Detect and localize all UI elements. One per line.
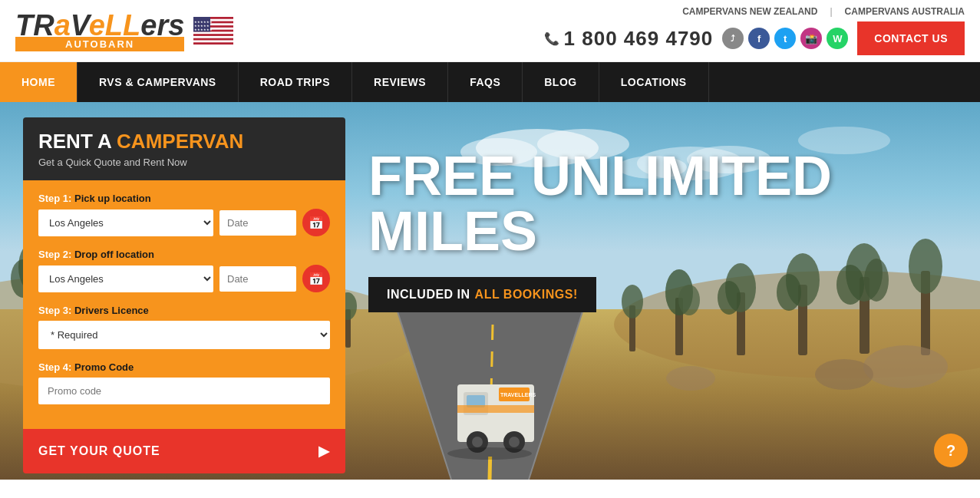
nav-item-locations[interactable]: LOCATIONS <box>599 62 709 102</box>
booking-header: RENT A CAMPERVAN Get a Quick Quote and R… <box>23 117 345 180</box>
contact-us-button[interactable]: CONTACT US <box>857 21 965 55</box>
booking-step-2: Step 2: Drop off location Los Angeles Sa… <box>38 249 330 292</box>
svg-rect-65 <box>457 405 534 413</box>
svg-point-69 <box>472 437 483 447</box>
nav-item-blog[interactable]: BLOG <box>523 62 599 102</box>
step-1-name: Pick up location <box>74 193 151 204</box>
hero-badge-text: INCLUDED IN <box>387 288 470 302</box>
svg-rect-5 <box>193 36 233 38</box>
nav-item-faqs[interactable]: FAQS <box>448 62 523 102</box>
logo-area: TRaVeLLers AUTOBARN ★★★★★★ ★★★★★ ★★★★★★ <box>15 11 233 51</box>
svg-point-60 <box>815 359 873 390</box>
top-links: CAMPERVANS NEW ZEALAND | CAMPERVANS AUST… <box>682 6 965 17</box>
main-nav: HOME RVS & CAMPERVANS ROAD TRIPS REVIEWS… <box>0 62 980 102</box>
nav-item-home[interactable]: HOME <box>0 62 78 102</box>
hero-headline: FREE UNLIMITED MILES <box>368 148 832 259</box>
whatsapp-button[interactable]: W <box>827 28 848 49</box>
get-quote-button[interactable]: GET YOUR QUOTE ▶ <box>23 429 345 473</box>
pickup-date-input[interactable] <box>219 210 296 236</box>
step-1-row: Los Angeles San Francisco Las Vegas New … <box>38 209 330 236</box>
step-3-name: Drivers Licence <box>74 305 149 316</box>
us-flag-icon: ★★★★★★ ★★★★★ ★★★★★★ <box>193 17 233 45</box>
hero-section: TRAVELLERS RENT A CAMPERVAN Get a Quick … <box>0 102 980 480</box>
booking-step-3: Step 3: Drivers Licence * Required US Li… <box>38 305 330 349</box>
logo-wrapper: TRaVeLLers AUTOBARN <box>15 11 184 51</box>
au-link[interactable]: CAMPERVANS AUSTRALIA <box>845 6 965 17</box>
pickup-calendar-button[interactable]: 📅 <box>302 209 330 236</box>
step-3-num: Step 3: <box>38 305 74 316</box>
step-4-label: Step 4: Promo Code <box>38 361 330 373</box>
logo-sub: AUTOBARN <box>15 37 184 51</box>
logo-text: TRaVeLLers <box>15 11 184 40</box>
dropoff-calendar-button[interactable]: 📅 <box>302 265 330 292</box>
svg-point-53 <box>864 259 889 302</box>
pickup-location-select[interactable]: Los Angeles San Francisco Las Vegas New … <box>38 209 213 236</box>
svg-point-71 <box>509 437 520 447</box>
svg-point-72 <box>447 447 532 460</box>
instagram-button[interactable]: 📸 <box>800 28 822 49</box>
dropoff-date-input[interactable] <box>219 266 296 292</box>
step-1-num: Step 1: <box>38 193 74 204</box>
step-2-name: Drop off location <box>74 249 154 260</box>
booking-title-part2: CAMPERVAN <box>117 130 243 153</box>
svg-point-55 <box>909 239 942 294</box>
svg-point-59 <box>863 345 948 388</box>
phone-area: 📞 1 800 469 4790 <box>544 27 714 51</box>
step-2-row: Los Angeles San Francisco Las Vegas New … <box>38 265 330 292</box>
svg-text:★★★★★★: ★★★★★★ <box>194 28 213 31</box>
social-share: ⤴ f t 📸 W <box>722 28 848 49</box>
booking-body: Step 1: Pick up location Los Angeles San… <box>23 180 345 429</box>
hero-headline-line1: FREE UNLIMITED <box>368 148 832 203</box>
step-4-name: Promo Code <box>74 361 134 373</box>
booking-step-4: Step 4: Promo Code <box>38 361 330 404</box>
svg-point-61 <box>666 366 715 391</box>
drivers-licence-select[interactable]: * Required US License International Lice… <box>38 321 330 349</box>
hero-badge-highlight: ALL BOOKINGS! <box>475 288 578 302</box>
svg-rect-4 <box>193 31 233 34</box>
svg-text:TRAVELLERS: TRAVELLERS <box>500 392 536 397</box>
help-button[interactable]: ? <box>934 434 968 467</box>
quote-btn-arrow: ▶ <box>318 443 330 460</box>
divider: | <box>830 6 832 17</box>
step-1-label: Step 1: Pick up location <box>38 193 330 204</box>
step-4-num: Step 4: <box>38 361 74 373</box>
hero-text: FREE UNLIMITED MILES INCLUDED IN ALL BOO… <box>368 148 832 312</box>
booking-title-part1: RENT A <box>38 130 117 153</box>
twitter-button[interactable]: t <box>774 28 796 49</box>
booking-step-1: Step 1: Pick up location Los Angeles San… <box>38 193 330 236</box>
booking-panel: RENT A CAMPERVAN Get a Quick Quote and R… <box>23 117 345 473</box>
share-button[interactable]: ⤴ <box>722 28 744 49</box>
facebook-button[interactable]: f <box>748 28 770 49</box>
booking-subtitle: Get a Quick Quote and Rent Now <box>38 157 330 168</box>
hero-badge: INCLUDED IN ALL BOOKINGS! <box>368 277 596 312</box>
booking-title: RENT A CAMPERVAN <box>38 130 330 153</box>
phone-icon: 📞 <box>544 31 559 46</box>
quote-btn-label: GET YOUR QUOTE <box>38 444 160 458</box>
nav-item-rvs[interactable]: RVS & CAMPERVANS <box>78 62 239 102</box>
nz-link[interactable]: CAMPERVANS NEW ZEALAND <box>682 6 817 17</box>
header-actions: 📞 1 800 469 4790 ⤴ f t 📸 W CONTACT US <box>544 21 965 55</box>
header: TRaVeLLers AUTOBARN ★★★★★★ ★★★★★ ★★★★★★ … <box>0 0 980 62</box>
nav-item-road-trips[interactable]: ROAD TRIPS <box>239 62 352 102</box>
step-2-label: Step 2: Drop off location <box>38 249 330 260</box>
promo-code-input[interactable] <box>38 378 330 404</box>
svg-point-52 <box>836 265 864 305</box>
header-right: CAMPERVANS NEW ZEALAND | CAMPERVANS AUST… <box>544 6 965 55</box>
svg-line-18 <box>491 325 493 394</box>
hero-headline-line2: MILES <box>368 203 832 259</box>
svg-rect-6 <box>193 40 233 42</box>
step-3-label: Step 3: Drivers Licence <box>38 305 330 316</box>
dropoff-location-select[interactable]: Los Angeles San Francisco Las Vegas New … <box>38 265 213 292</box>
nav-item-reviews[interactable]: REVIEWS <box>352 62 448 102</box>
phone-number: 1 800 469 4790 <box>564 27 714 51</box>
step-2-num: Step 2: <box>38 249 74 260</box>
